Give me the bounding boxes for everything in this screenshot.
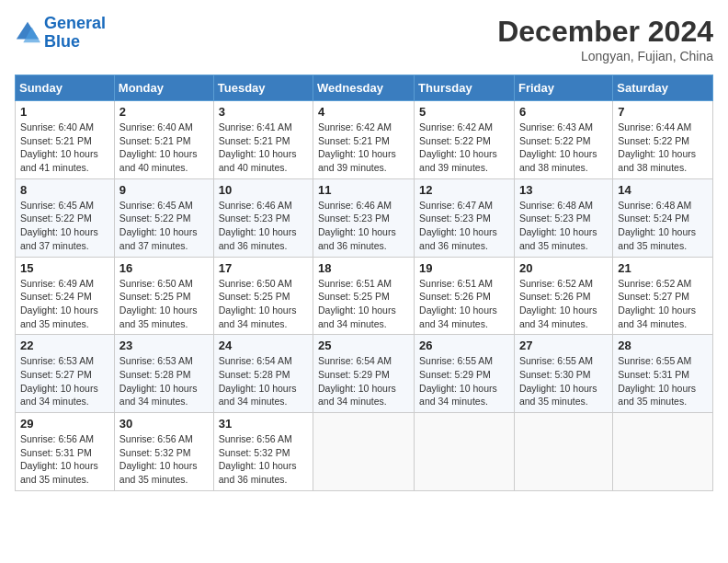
calendar-cell: 29Sunrise: 6:56 AM Sunset: 5:31 PM Dayli… [16, 413, 115, 491]
calendar-cell: 31Sunrise: 6:56 AM Sunset: 5:32 PM Dayli… [213, 413, 313, 491]
calendar-cell: 23Sunrise: 6:53 AM Sunset: 5:28 PM Dayli… [114, 335, 213, 413]
calendar-cell: 7Sunrise: 6:44 AM Sunset: 5:22 PM Daylig… [613, 101, 713, 179]
calendar-cell [514, 413, 612, 491]
day-info: Sunrise: 6:47 AM Sunset: 5:23 PM Dayligh… [419, 199, 509, 253]
day-number: 9 [119, 183, 209, 197]
day-info: Sunrise: 6:52 AM Sunset: 5:26 PM Dayligh… [519, 277, 608, 331]
calendar-cell: 2Sunrise: 6:40 AM Sunset: 5:21 PM Daylig… [114, 101, 213, 179]
day-number: 15 [20, 261, 109, 275]
day-info: Sunrise: 6:51 AM Sunset: 5:25 PM Dayligh… [318, 277, 409, 331]
day-info: Sunrise: 6:49 AM Sunset: 5:24 PM Dayligh… [20, 277, 109, 331]
day-number: 18 [318, 261, 409, 275]
calendar-cell: 14Sunrise: 6:48 AM Sunset: 5:24 PM Dayli… [613, 178, 713, 257]
day-info: Sunrise: 6:54 AM Sunset: 5:28 PM Dayligh… [219, 354, 308, 408]
calendar-cell: 11Sunrise: 6:46 AM Sunset: 5:23 PM Dayli… [313, 178, 415, 257]
calendar-cell: 24Sunrise: 6:54 AM Sunset: 5:28 PM Dayli… [213, 335, 313, 413]
day-info: Sunrise: 6:50 AM Sunset: 5:25 PM Dayligh… [119, 277, 209, 331]
day-number: 24 [219, 339, 308, 352]
day-info: Sunrise: 6:42 AM Sunset: 5:22 PM Dayligh… [419, 121, 509, 175]
calendar-cell: 16Sunrise: 6:50 AM Sunset: 5:25 PM Dayli… [114, 257, 213, 335]
day-number: 16 [119, 261, 209, 275]
calendar-cell [613, 413, 713, 491]
day-info: Sunrise: 6:45 AM Sunset: 5:22 PM Dayligh… [119, 199, 209, 253]
day-info: Sunrise: 6:50 AM Sunset: 5:25 PM Dayligh… [219, 277, 308, 331]
day-info: Sunrise: 6:54 AM Sunset: 5:29 PM Dayligh… [318, 354, 409, 408]
day-info: Sunrise: 6:55 AM Sunset: 5:29 PM Dayligh… [419, 354, 509, 408]
day-info: Sunrise: 6:52 AM Sunset: 5:27 PM Dayligh… [618, 277, 708, 331]
day-info: Sunrise: 6:55 AM Sunset: 5:31 PM Dayligh… [618, 354, 708, 408]
calendar-cell: 19Sunrise: 6:51 AM Sunset: 5:26 PM Dayli… [415, 257, 515, 335]
day-number: 13 [519, 183, 608, 197]
calendar-cell: 18Sunrise: 6:51 AM Sunset: 5:25 PM Dayli… [313, 257, 415, 335]
day-number: 23 [119, 339, 209, 352]
week-row-3: 15Sunrise: 6:49 AM Sunset: 5:24 PM Dayli… [16, 257, 713, 335]
calendar-cell: 17Sunrise: 6:50 AM Sunset: 5:25 PM Dayli… [213, 257, 313, 335]
day-number: 29 [20, 417, 109, 431]
day-number: 7 [618, 105, 708, 119]
weekday-header-thursday: Thursday [415, 75, 515, 101]
day-number: 3 [219, 105, 308, 119]
day-number: 20 [519, 261, 608, 275]
calendar-cell: 3Sunrise: 6:41 AM Sunset: 5:21 PM Daylig… [213, 101, 313, 179]
calendar-table: SundayMondayTuesdayWednesdayThursdayFrid… [15, 75, 713, 491]
day-info: Sunrise: 6:46 AM Sunset: 5:23 PM Dayligh… [219, 199, 308, 253]
calendar-cell: 15Sunrise: 6:49 AM Sunset: 5:24 PM Dayli… [16, 257, 115, 335]
day-info: Sunrise: 6:46 AM Sunset: 5:23 PM Dayligh… [318, 199, 409, 253]
day-number: 19 [419, 261, 509, 275]
weekday-header-sunday: Sunday [16, 75, 115, 101]
calendar-cell [415, 413, 515, 491]
calendar-cell: 9Sunrise: 6:45 AM Sunset: 5:22 PM Daylig… [114, 178, 213, 257]
day-number: 8 [20, 183, 109, 197]
week-row-5: 29Sunrise: 6:56 AM Sunset: 5:31 PM Dayli… [16, 413, 713, 491]
calendar-cell: 5Sunrise: 6:42 AM Sunset: 5:22 PM Daylig… [415, 101, 515, 179]
day-number: 22 [20, 339, 109, 352]
day-info: Sunrise: 6:56 AM Sunset: 5:32 PM Dayligh… [119, 432, 209, 487]
calendar-cell [313, 413, 415, 491]
calendar-cell: 20Sunrise: 6:52 AM Sunset: 5:26 PM Dayli… [514, 257, 612, 335]
day-info: Sunrise: 6:40 AM Sunset: 5:21 PM Dayligh… [20, 121, 109, 175]
calendar-cell: 13Sunrise: 6:48 AM Sunset: 5:23 PM Dayli… [514, 178, 612, 257]
week-row-1: 1Sunrise: 6:40 AM Sunset: 5:21 PM Daylig… [16, 101, 713, 179]
weekday-header-tuesday: Tuesday [213, 75, 313, 101]
day-info: Sunrise: 6:53 AM Sunset: 5:27 PM Dayligh… [20, 354, 109, 408]
calendar-cell: 10Sunrise: 6:46 AM Sunset: 5:23 PM Dayli… [213, 178, 313, 257]
calendar-cell: 27Sunrise: 6:55 AM Sunset: 5:30 PM Dayli… [514, 335, 612, 413]
calendar-cell: 1Sunrise: 6:40 AM Sunset: 5:21 PM Daylig… [16, 101, 115, 179]
calendar-cell: 28Sunrise: 6:55 AM Sunset: 5:31 PM Dayli… [613, 335, 713, 413]
week-row-2: 8Sunrise: 6:45 AM Sunset: 5:22 PM Daylig… [16, 178, 713, 257]
day-number: 25 [318, 339, 409, 352]
day-number: 1 [20, 105, 109, 119]
logo-text: General Blue [44, 15, 106, 52]
day-number: 6 [519, 105, 608, 119]
title-area: December 2024 Longyan, Fujian, China [497, 15, 713, 63]
day-number: 2 [119, 105, 209, 119]
calendar-cell: 21Sunrise: 6:52 AM Sunset: 5:27 PM Dayli… [613, 257, 713, 335]
day-number: 5 [419, 105, 509, 119]
day-info: Sunrise: 6:56 AM Sunset: 5:31 PM Dayligh… [20, 432, 109, 487]
logo-icon [15, 20, 40, 46]
day-number: 21 [618, 261, 708, 275]
calendar-cell: 8Sunrise: 6:45 AM Sunset: 5:22 PM Daylig… [16, 178, 115, 257]
day-info: Sunrise: 6:43 AM Sunset: 5:22 PM Dayligh… [519, 121, 608, 175]
day-info: Sunrise: 6:53 AM Sunset: 5:28 PM Dayligh… [119, 354, 209, 408]
weekday-header-monday: Monday [114, 75, 213, 101]
logo: General Blue [15, 15, 106, 52]
day-number: 4 [318, 105, 409, 119]
calendar-cell: 26Sunrise: 6:55 AM Sunset: 5:29 PM Dayli… [415, 335, 515, 413]
calendar-cell: 12Sunrise: 6:47 AM Sunset: 5:23 PM Dayli… [415, 178, 515, 257]
calendar-cell: 30Sunrise: 6:56 AM Sunset: 5:32 PM Dayli… [114, 413, 213, 491]
day-number: 17 [219, 261, 308, 275]
day-number: 28 [618, 339, 708, 352]
calendar-cell: 25Sunrise: 6:54 AM Sunset: 5:29 PM Dayli… [313, 335, 415, 413]
day-number: 10 [219, 183, 308, 197]
day-number: 14 [618, 183, 708, 197]
day-info: Sunrise: 6:51 AM Sunset: 5:26 PM Dayligh… [419, 277, 509, 331]
day-number: 31 [219, 417, 308, 431]
day-number: 27 [519, 339, 608, 352]
weekday-header-row: SundayMondayTuesdayWednesdayThursdayFrid… [16, 75, 713, 101]
day-info: Sunrise: 6:41 AM Sunset: 5:21 PM Dayligh… [219, 121, 308, 175]
calendar-cell: 22Sunrise: 6:53 AM Sunset: 5:27 PM Dayli… [16, 335, 115, 413]
calendar-cell: 6Sunrise: 6:43 AM Sunset: 5:22 PM Daylig… [514, 101, 612, 179]
month-title: December 2024 [497, 15, 713, 49]
day-info: Sunrise: 6:40 AM Sunset: 5:21 PM Dayligh… [119, 121, 209, 175]
